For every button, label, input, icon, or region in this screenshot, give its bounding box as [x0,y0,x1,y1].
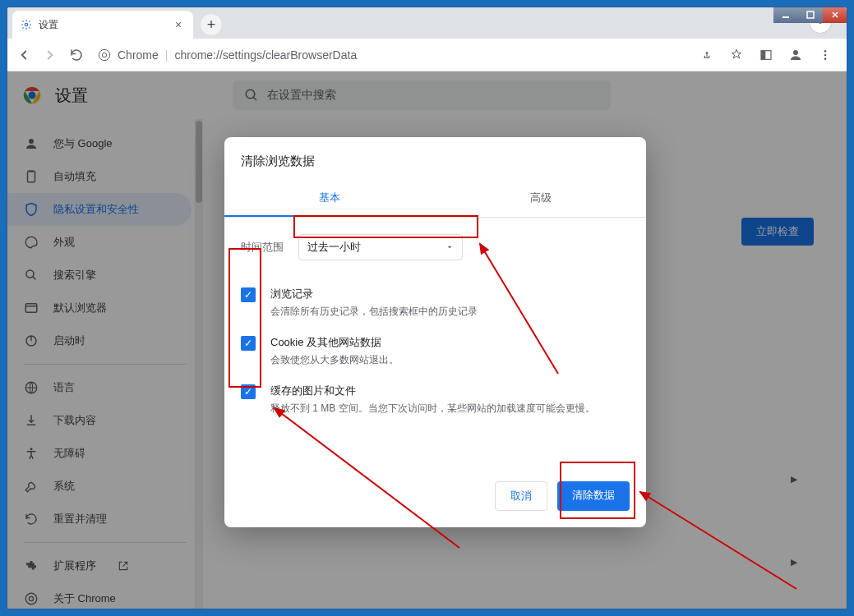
clear-data-dialog: 清除浏览数据 基本 高级 时间范围 过去一小时 ✓ 浏览记录会清除所有历史记录，… [224,137,646,527]
svg-rect-6 [761,50,765,59]
page-content: 设置 在设置中搜索 您与 Google 自动填充 隐私设置和安全性 外观 搜索引… [7,71,847,609]
checkbox-cache[interactable]: ✓ [241,384,256,399]
tab-basic[interactable]: 基本 [224,181,436,217]
svg-point-3 [99,49,109,60]
tab-close-button[interactable]: × [172,18,185,31]
time-range-value: 过去一小时 [307,240,361,255]
bookmark-button[interactable] [727,45,746,65]
tab-advanced[interactable]: 高级 [436,181,647,217]
svg-point-7 [793,50,798,55]
svg-point-10 [824,57,827,60]
forward-button[interactable] [40,45,60,65]
url-prefix: Chrome [118,48,159,62]
checkbox-browsing-history[interactable]: ✓ [241,287,256,302]
toolbar-right [697,45,840,65]
svg-point-2 [25,23,28,26]
svg-point-9 [824,53,827,56]
svg-point-8 [824,50,827,53]
svg-rect-0 [782,16,789,18]
chevron-down-icon [445,243,454,251]
window-controls [773,7,847,23]
cancel-button[interactable]: 取消 [495,481,547,511]
back-button[interactable] [14,45,34,65]
dialog-tabs: 基本 高级 [224,181,646,218]
new-tab-button[interactable]: + [200,13,223,36]
share-button[interactable] [697,45,717,65]
close-button[interactable] [823,7,847,23]
minimize-button[interactable] [773,7,798,23]
maximize-button[interactable] [798,7,823,23]
tab-title: 设置 [39,18,58,32]
time-range-label: 时间范围 [241,240,284,255]
url-bar[interactable]: Chrome | chrome://settings/clearBrowserD… [93,48,690,62]
gear-icon [21,19,32,30]
profile-button[interactable] [786,45,806,65]
reload-button[interactable] [67,45,86,65]
svg-point-4 [102,53,106,57]
browser-window: 设置 × + Chrome | chrome://settings/clearB… [7,7,847,609]
clear-data-button[interactable]: 清除数据 [557,481,630,511]
checkbox-cookies[interactable]: ✓ [241,336,256,351]
time-range-select[interactable]: 过去一小时 [298,234,463,260]
side-panel-button[interactable] [756,45,776,65]
dialog-title: 清除浏览数据 [224,137,646,181]
browser-toolbar: Chrome | chrome://settings/clearBrowserD… [7,39,847,71]
tab-strip: 设置 × + [7,7,847,39]
chrome-icon [98,48,111,62]
browser-tab[interactable]: 设置 × [12,11,193,39]
svg-rect-1 [807,11,814,18]
url-path: chrome://settings/clearBrowserData [174,48,357,62]
menu-button[interactable] [815,45,835,65]
